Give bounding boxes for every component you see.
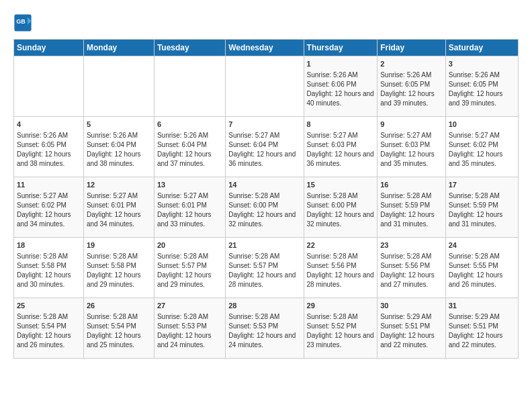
calendar-cell	[14, 56, 84, 117]
header-cell-wednesday: Wednesday	[226, 40, 304, 56]
day-info: Sunset: 5:58 PM	[17, 261, 81, 271]
day-info: Sunset: 6:03 PM	[307, 140, 375, 150]
day-info: Sunrise: 5:29 AM	[449, 312, 515, 322]
calendar-cell: 10Sunrise: 5:27 AMSunset: 6:02 PMDayligh…	[445, 117, 518, 177]
day-info: Sunset: 6:00 PM	[307, 201, 375, 210]
day-number: 13	[157, 180, 222, 190]
header-cell-tuesday: Tuesday	[154, 40, 225, 56]
day-info: Daylight: 12 hours and 36 minutes.	[307, 150, 375, 169]
day-info: Sunset: 5:56 PM	[380, 261, 443, 271]
calendar-cell: 28Sunrise: 5:28 AMSunset: 5:53 PMDayligh…	[226, 298, 304, 359]
day-info: Daylight: 12 hours and 27 minutes.	[380, 271, 443, 289]
calendar-cell: 22Sunrise: 5:28 AMSunset: 5:56 PMDayligh…	[304, 238, 378, 298]
day-info: Sunset: 5:56 PM	[307, 261, 375, 271]
day-info: Sunset: 5:55 PM	[449, 261, 515, 271]
day-info: Sunset: 5:54 PM	[87, 322, 151, 331]
header-cell-sunday: Sunday	[14, 40, 84, 56]
day-info: Daylight: 12 hours and 39 minutes.	[449, 89, 515, 108]
day-number: 31	[449, 301, 515, 311]
day-info: Daylight: 12 hours and 26 minutes.	[17, 331, 81, 350]
calendar-cell: 24Sunrise: 5:28 AMSunset: 5:55 PMDayligh…	[445, 238, 518, 298]
page-header: GB	[13, 13, 519, 32]
day-info: Sunset: 6:05 PM	[380, 80, 443, 89]
day-info: Sunset: 6:04 PM	[228, 140, 300, 150]
calendar-header: SundayMondayTuesdayWednesdayThursdayFrid…	[14, 40, 519, 56]
calendar-cell: 15Sunrise: 5:28 AMSunset: 6:00 PMDayligh…	[304, 177, 378, 238]
day-info: Sunrise: 5:26 AM	[380, 71, 443, 80]
header-cell-thursday: Thursday	[304, 40, 378, 56]
day-number: 2	[380, 59, 443, 69]
calendar-cell: 6Sunrise: 5:26 AMSunset: 6:04 PMDaylight…	[154, 117, 225, 177]
day-info: Sunrise: 5:27 AM	[380, 131, 443, 140]
day-info: Sunrise: 5:28 AM	[380, 191, 443, 201]
week-row-5: 25Sunrise: 5:28 AMSunset: 5:54 PMDayligh…	[14, 298, 519, 359]
svg-text:GB: GB	[16, 18, 26, 25]
day-number: 15	[307, 180, 375, 190]
day-number: 29	[307, 301, 375, 311]
calendar-cell: 7Sunrise: 5:27 AMSunset: 6:04 PMDaylight…	[226, 117, 304, 177]
day-info: Daylight: 12 hours and 29 minutes.	[157, 271, 222, 289]
day-number: 18	[17, 240, 81, 250]
day-info: Daylight: 12 hours and 32 minutes.	[307, 210, 375, 229]
day-info: Sunrise: 5:27 AM	[17, 191, 81, 201]
calendar-cell: 20Sunrise: 5:28 AMSunset: 5:57 PMDayligh…	[154, 238, 225, 298]
day-number: 14	[228, 180, 300, 190]
day-info: Sunrise: 5:29 AM	[380, 312, 443, 322]
day-number: 10	[449, 120, 515, 130]
header-cell-monday: Monday	[83, 40, 154, 56]
day-info: Daylight: 12 hours and 24 minutes.	[157, 331, 222, 350]
day-number: 22	[307, 240, 375, 250]
day-number: 1	[307, 59, 375, 69]
day-info: Sunset: 6:01 PM	[157, 201, 222, 210]
header-cell-saturday: Saturday	[445, 40, 518, 56]
day-info: Daylight: 12 hours and 22 minutes.	[449, 331, 515, 350]
day-info: Sunset: 6:04 PM	[157, 140, 222, 150]
calendar-body: 1Sunrise: 5:26 AMSunset: 6:06 PMDaylight…	[14, 56, 519, 359]
day-info: Sunset: 5:59 PM	[449, 201, 515, 210]
day-info: Sunset: 5:54 PM	[17, 322, 81, 331]
day-info: Sunrise: 5:28 AM	[87, 312, 151, 322]
day-info: Sunset: 5:52 PM	[307, 322, 375, 331]
day-info: Sunrise: 5:28 AM	[228, 252, 300, 261]
day-number: 4	[17, 120, 81, 130]
day-info: Sunrise: 5:28 AM	[307, 252, 375, 261]
calendar-cell: 31Sunrise: 5:29 AMSunset: 5:51 PMDayligh…	[445, 298, 518, 359]
day-info: Sunrise: 5:28 AM	[380, 252, 443, 261]
day-info: Sunrise: 5:26 AM	[157, 131, 222, 140]
day-info: Sunrise: 5:28 AM	[157, 312, 222, 322]
day-info: Sunrise: 5:28 AM	[17, 252, 81, 261]
day-number: 19	[87, 240, 151, 250]
day-info: Daylight: 12 hours and 22 minutes.	[380, 331, 443, 350]
header-cell-friday: Friday	[378, 40, 446, 56]
calendar-cell: 12Sunrise: 5:27 AMSunset: 6:01 PMDayligh…	[83, 177, 154, 238]
logo: GB	[13, 13, 35, 32]
calendar-cell: 5Sunrise: 5:26 AMSunset: 6:04 PMDaylight…	[83, 117, 154, 177]
day-info: Sunrise: 5:27 AM	[157, 191, 222, 201]
week-row-1: 1Sunrise: 5:26 AMSunset: 6:06 PMDaylight…	[14, 56, 519, 117]
calendar-cell: 9Sunrise: 5:27 AMSunset: 6:03 PMDaylight…	[378, 117, 446, 177]
day-number: 9	[380, 120, 443, 130]
day-info: Sunset: 6:00 PM	[228, 201, 300, 210]
calendar-cell: 18Sunrise: 5:28 AMSunset: 5:58 PMDayligh…	[14, 238, 84, 298]
day-info: Daylight: 12 hours and 25 minutes.	[87, 331, 151, 350]
day-info: Sunrise: 5:28 AM	[228, 312, 300, 322]
calendar-cell: 3Sunrise: 5:26 AMSunset: 6:05 PMDaylight…	[445, 56, 518, 117]
day-number: 27	[157, 301, 222, 311]
day-info: Sunrise: 5:28 AM	[449, 252, 515, 261]
day-info: Daylight: 12 hours and 34 minutes.	[87, 210, 151, 229]
day-number: 7	[228, 120, 300, 130]
day-number: 12	[87, 180, 151, 190]
calendar-cell: 26Sunrise: 5:28 AMSunset: 5:54 PMDayligh…	[83, 298, 154, 359]
week-row-2: 4Sunrise: 5:26 AMSunset: 6:05 PMDaylight…	[14, 117, 519, 177]
day-info: Sunrise: 5:26 AM	[449, 71, 515, 80]
day-info: Sunset: 5:53 PM	[228, 322, 300, 331]
day-info: Sunrise: 5:27 AM	[87, 191, 151, 201]
day-info: Daylight: 12 hours and 30 minutes.	[17, 271, 81, 289]
day-info: Sunset: 5:57 PM	[228, 261, 300, 271]
calendar-cell: 16Sunrise: 5:28 AMSunset: 5:59 PMDayligh…	[378, 177, 446, 238]
day-info: Daylight: 12 hours and 23 minutes.	[307, 331, 375, 350]
day-info: Sunrise: 5:28 AM	[157, 252, 222, 261]
calendar-cell: 2Sunrise: 5:26 AMSunset: 6:05 PMDaylight…	[378, 56, 446, 117]
calendar-cell: 30Sunrise: 5:29 AMSunset: 5:51 PMDayligh…	[378, 298, 446, 359]
day-number: 23	[380, 240, 443, 250]
